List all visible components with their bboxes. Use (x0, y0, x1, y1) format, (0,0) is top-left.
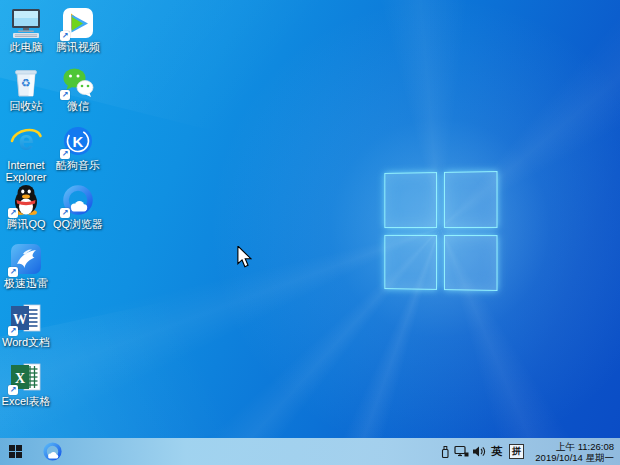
svg-text:K: K (73, 133, 84, 150)
desktop-icon-word[interactable]: W ↗ Word文档 (0, 301, 52, 359)
desktop-icon-label: 微信 (52, 100, 104, 112)
shortcut-arrow-icon: ↗ (60, 31, 70, 41)
desktop-icon-thunder[interactable]: ↗ 极速迅雷 (0, 242, 52, 300)
monitor-icon (9, 6, 43, 40)
desktop-icon-tencent-qq[interactable]: ↗ 腾讯QQ (0, 183, 52, 241)
desktop-icon-label: QQ浏览器 (52, 218, 104, 230)
volume-icon[interactable] (470, 438, 487, 465)
desktop-icon-label: 回收站 (0, 100, 52, 112)
bird-icon: ↗ (9, 242, 43, 276)
ie-e-icon: e (9, 124, 43, 158)
svg-text:♻: ♻ (21, 77, 31, 90)
shortcut-arrow-icon: ↗ (60, 208, 70, 218)
taskbar-clock[interactable]: 上午 11:26:08 2019/10/14 星期一 (527, 441, 620, 463)
k-circle-icon: K ↗ (61, 124, 95, 158)
desktop-icon-kugou-music[interactable]: K ↗ 酷狗音乐 (52, 124, 104, 182)
system-tray: 英 拼 上午 11:26:08 2019/10/14 星期一 (436, 438, 620, 465)
windows-flag-icon (9, 445, 22, 458)
shortcut-arrow-icon: ↗ (8, 385, 18, 395)
ime-pinyin-icon[interactable]: 拼 (509, 444, 524, 459)
clock-date: 2019/10/14 星期一 (535, 452, 614, 463)
shortcut-arrow-icon: ↗ (60, 90, 70, 100)
desktop-icon-tencent-video[interactable]: ↗ 腾讯视频 (52, 6, 104, 64)
desktop-icon-this-pc[interactable]: 此电脑 (0, 6, 52, 64)
trash-bin-icon: ♻ (9, 65, 43, 99)
cloud-ring-icon: ↗ (61, 183, 95, 217)
shortcut-arrow-icon: ↗ (60, 149, 70, 159)
windows-logo-pane (384, 172, 436, 227)
windows-logo-pane (384, 234, 436, 289)
taskbar-app-qq-browser[interactable] (38, 438, 66, 465)
desktop-icon-excel[interactable]: X ↗ Excel表格 (0, 360, 52, 418)
desktop-icon-recycle-bin[interactable]: ♻ 回收站 (0, 65, 52, 123)
shortcut-arrow-icon: ↗ (8, 208, 18, 218)
clock-time: 上午 11:26:08 (535, 441, 614, 452)
cloud-ring-icon (42, 441, 63, 462)
desktop-icon-label: 此电脑 (0, 41, 52, 53)
desktop-icon-qq-browser[interactable]: ↗ QQ浏览器 (52, 183, 104, 241)
penguin-icon: ↗ (9, 183, 43, 217)
chat-bubbles-icon: ↗ (61, 65, 95, 99)
word-w-icon: W ↗ (9, 301, 43, 335)
desktop-icon-label: Word文档 (0, 336, 52, 348)
start-button[interactable] (0, 438, 30, 465)
excel-x-icon: X ↗ (9, 360, 43, 394)
desktop-icon-label: 腾讯视频 (52, 41, 104, 53)
windows-logo (384, 171, 497, 291)
network-icon[interactable] (453, 438, 470, 465)
shortcut-arrow-icon: ↗ (8, 326, 18, 336)
play-logo-icon: ↗ (61, 6, 95, 40)
desktop-icon-label: Excel表格 (0, 395, 52, 407)
desktop-icon-internet-explorer[interactable]: e Internet Explorer (0, 124, 52, 182)
desktop-icon-label: 极速迅雷 (0, 277, 52, 289)
desktop-icon-label: 酷狗音乐 (52, 159, 104, 171)
taskbar: 英 拼 上午 11:26:08 2019/10/14 星期一 (0, 438, 620, 465)
usb-icon[interactable] (436, 438, 453, 465)
svg-text:W: W (13, 312, 27, 327)
svg-text:X: X (15, 371, 25, 386)
windows-logo-pane (443, 171, 497, 227)
ime-language-indicator[interactable]: 英 (487, 444, 506, 459)
desktop-icon-wechat[interactable]: ↗ 微信 (52, 65, 104, 123)
desktop-icon-label: Internet Explorer (0, 159, 52, 183)
light-ray (0, 252, 429, 465)
windows-logo-pane (443, 235, 497, 291)
shortcut-arrow-icon: ↗ (8, 267, 18, 277)
desktop-icon-label: 腾讯QQ (0, 218, 52, 230)
